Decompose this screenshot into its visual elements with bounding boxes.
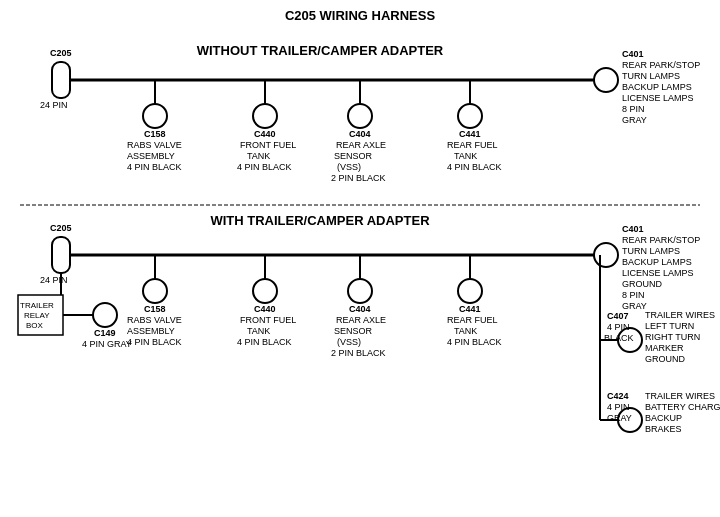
c158-top-connector: [143, 104, 167, 128]
c424-desc4: BRAKES: [645, 424, 682, 434]
c404-top-name: C404: [349, 129, 371, 139]
c401-top-label: C401: [622, 49, 644, 59]
c158-top-desc1: RABS VALVE: [127, 140, 182, 150]
bottom-section-label: WITH TRAILER/CAMPER ADAPTER: [210, 213, 430, 228]
c404-top-desc2: SENSOR: [334, 151, 373, 161]
c441-bottom-name: C441: [459, 304, 481, 314]
c404-top-desc4: 2 PIN BLACK: [331, 173, 386, 183]
c149-name: C149: [94, 328, 116, 338]
c441-bottom-desc1: REAR FUEL: [447, 315, 498, 325]
c404-bottom-desc3: (VSS): [337, 337, 361, 347]
c205-top-pins: 24 PIN: [40, 100, 68, 110]
c205-bottom-connector: [52, 237, 70, 273]
c158-bottom-desc1: RABS VALVE: [127, 315, 182, 325]
c441-top-connector: [458, 104, 482, 128]
c441-top-desc1: REAR FUEL: [447, 140, 498, 150]
c440-bottom-connector: [253, 279, 277, 303]
c440-bottom-desc3: 4 PIN BLACK: [237, 337, 292, 347]
relay-box-label2: RELAY: [24, 311, 50, 320]
c404-bottom-connector: [348, 279, 372, 303]
c205-top-connector: [52, 62, 70, 98]
c158-top-desc2: ASSEMBLY: [127, 151, 175, 161]
c401-top-desc4: LICENSE LAMPS: [622, 93, 694, 103]
c407-color: BLACK: [604, 333, 634, 343]
c404-bottom-desc1: REAR AXLE: [336, 315, 386, 325]
c401-bottom-desc3: BACKUP LAMPS: [622, 257, 692, 267]
c440-top-desc3: 4 PIN BLACK: [237, 162, 292, 172]
c404-top-desc3: (VSS): [337, 162, 361, 172]
c404-bottom-desc2: SENSOR: [334, 326, 373, 336]
c407-pins: 4 PIN: [607, 322, 630, 332]
c424-desc3: BACKUP: [645, 413, 682, 423]
c205-bottom-label: C205: [50, 223, 72, 233]
c401-top-color: GRAY: [622, 115, 647, 125]
c205-top-label: C205: [50, 48, 72, 58]
c407-desc3: RIGHT TURN: [645, 332, 700, 342]
c401-bottom-connector: [594, 243, 618, 267]
c401-bottom-desc2: TURN LAMPS: [622, 246, 680, 256]
c401-bottom-color: GRAY: [622, 301, 647, 311]
c158-top-desc3: 4 PIN BLACK: [127, 162, 182, 172]
c404-top-connector: [348, 104, 372, 128]
c158-bottom-desc2: ASSEMBLY: [127, 326, 175, 336]
c441-bottom-desc3: 4 PIN BLACK: [447, 337, 502, 347]
c149-connector: [93, 303, 117, 327]
c404-bottom-name: C404: [349, 304, 371, 314]
c424-desc1: TRAILER WIRES: [645, 391, 715, 401]
c149-pins: 4 PIN GRAY: [82, 339, 132, 349]
c401-top-desc3: BACKUP LAMPS: [622, 82, 692, 92]
c424-color: GRAY: [607, 413, 632, 423]
c424-pins: 4 PIN: [607, 402, 630, 412]
c401-top-desc2: TURN LAMPS: [622, 71, 680, 81]
c158-top-name: C158: [144, 129, 166, 139]
c401-bottom-pins: 8 PIN: [622, 290, 645, 300]
c401-bottom-desc5: GROUND: [622, 279, 662, 289]
c158-bottom-desc3: 4 PIN BLACK: [127, 337, 182, 347]
c441-bottom-desc2: TANK: [454, 326, 477, 336]
c407-desc2: LEFT TURN: [645, 321, 694, 331]
c407-desc4: MARKER: [645, 343, 684, 353]
c407-desc5: GROUND: [645, 354, 685, 364]
c440-top-connector: [253, 104, 277, 128]
c440-bottom-desc1: FRONT FUEL: [240, 315, 296, 325]
c424-name: C424: [607, 391, 629, 401]
c407-name: C407: [607, 311, 629, 321]
c158-bottom-name: C158: [144, 304, 166, 314]
c441-top-desc3: 4 PIN BLACK: [447, 162, 502, 172]
c440-top-desc2: TANK: [247, 151, 270, 161]
c205-bottom-pins: 24 PIN: [40, 275, 68, 285]
c158-bottom-connector: [143, 279, 167, 303]
c401-bottom-desc4: LICENSE LAMPS: [622, 268, 694, 278]
c440-top-desc1: FRONT FUEL: [240, 140, 296, 150]
c401-top-connector: [594, 68, 618, 92]
relay-box-label1: TRAILER: [20, 301, 54, 310]
c407-desc1: TRAILER WIRES: [645, 310, 715, 320]
c440-top-name: C440: [254, 129, 276, 139]
c401-bottom-label: C401: [622, 224, 644, 234]
c404-top-desc1: REAR AXLE: [336, 140, 386, 150]
c440-bottom-desc2: TANK: [247, 326, 270, 336]
c441-top-name: C441: [459, 129, 481, 139]
c401-bottom-desc1: REAR PARK/STOP: [622, 235, 700, 245]
top-section-label: WITHOUT TRAILER/CAMPER ADAPTER: [197, 43, 444, 58]
c440-bottom-name: C440: [254, 304, 276, 314]
relay-box-label3: BOX: [26, 321, 44, 330]
c441-bottom-connector: [458, 279, 482, 303]
page-title: C205 WIRING HARNESS: [285, 8, 436, 23]
c424-desc2: BATTERY CHARGE: [645, 402, 720, 412]
c404-bottom-desc4: 2 PIN BLACK: [331, 348, 386, 358]
c401-top-pins: 8 PIN: [622, 104, 645, 114]
c401-top-desc1: REAR PARK/STOP: [622, 60, 700, 70]
c441-top-desc2: TANK: [454, 151, 477, 161]
